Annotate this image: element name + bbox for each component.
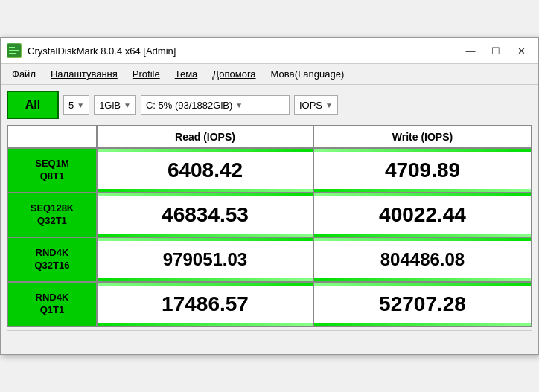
row-read-seq128k: 46834.53 bbox=[98, 193, 314, 237]
write-value-seq1m: 4709.89 bbox=[385, 158, 460, 182]
row-write-rnd4k-q32t16: 804486.08 bbox=[314, 238, 531, 281]
table-header: Read (IOPS) Write (IOPS) bbox=[8, 126, 531, 149]
menu-language[interactable]: Мова(Language) bbox=[264, 65, 351, 83]
svg-rect-1 bbox=[9, 50, 19, 51]
drive-value: C: 5% (93/1882GiB) bbox=[146, 100, 232, 111]
drive-arrow-icon: ▼ bbox=[235, 101, 243, 109]
mode-value: IOPS bbox=[299, 100, 322, 111]
row-label-rnd4k-q32t16: RND4KQ32T16 bbox=[8, 238, 98, 281]
count-value: 5 bbox=[68, 100, 74, 111]
row-read-seq1m: 6408.42 bbox=[98, 149, 314, 192]
main-content: All 5 ▼ 1GiB ▼ C: 5% (93/1882GiB) ▼ IOPS… bbox=[1, 85, 538, 353]
mode-dropdown[interactable]: IOPS ▼ bbox=[294, 95, 338, 115]
header-read: Read (IOPS) bbox=[98, 126, 314, 147]
size-arrow-icon: ▼ bbox=[124, 101, 131, 109]
menu-bar: Файл Налаштування Profile Тема Допомога … bbox=[1, 64, 538, 85]
read-value-seq128k: 46834.53 bbox=[162, 203, 249, 227]
count-arrow-icon: ▼ bbox=[77, 101, 84, 109]
all-button[interactable]: All bbox=[7, 91, 59, 119]
row-read-rnd4k-q32t16: 979051.03 bbox=[98, 238, 314, 281]
table-row: RND4KQ32T16 979051.03 804486.08 bbox=[8, 238, 531, 283]
svg-rect-3 bbox=[9, 47, 15, 48]
read-value-rnd4k-q1t1: 17486.57 bbox=[162, 292, 249, 316]
write-value-rnd4k-q32t16: 804486.08 bbox=[380, 249, 465, 270]
status-bar bbox=[7, 330, 532, 348]
row-label-seq1m: SEQ1MQ8T1 bbox=[8, 149, 98, 192]
write-value-rnd4k-q1t1: 52707.28 bbox=[379, 292, 466, 316]
read-value-seq1m: 6408.42 bbox=[168, 158, 243, 182]
toolbar: All 5 ▼ 1GiB ▼ C: 5% (93/1882GiB) ▼ IOPS… bbox=[7, 91, 532, 119]
write-value-seq128k: 40022.44 bbox=[379, 203, 466, 227]
size-value: 1GiB bbox=[99, 100, 121, 111]
close-button[interactable]: ✕ bbox=[510, 42, 532, 59]
table-row: SEQ1MQ8T1 6408.42 4709.89 bbox=[8, 149, 531, 193]
read-value-rnd4k-q32t16: 979051.03 bbox=[163, 249, 247, 270]
svg-rect-2 bbox=[9, 53, 16, 54]
app-icon bbox=[7, 43, 22, 58]
header-empty bbox=[8, 126, 98, 147]
minimize-button[interactable]: — bbox=[459, 42, 482, 59]
row-read-rnd4k-q1t1: 17486.57 bbox=[98, 283, 314, 326]
app-window: CrystalDiskMark 8.0.4 x64 [Admin] — ☐ ✕ … bbox=[0, 37, 539, 354]
maximize-button[interactable]: ☐ bbox=[485, 42, 507, 59]
count-dropdown[interactable]: 5 ▼ bbox=[63, 95, 89, 115]
size-dropdown[interactable]: 1GiB ▼ bbox=[94, 95, 136, 115]
menu-theme[interactable]: Тема bbox=[168, 65, 205, 83]
menu-file[interactable]: Файл bbox=[5, 65, 42, 83]
drive-dropdown[interactable]: C: 5% (93/1882GiB) ▼ bbox=[141, 95, 290, 115]
results-table: Read (IOPS) Write (IOPS) SEQ1MQ8T1 6408.… bbox=[7, 125, 532, 327]
row-write-rnd4k-q1t1: 52707.28 bbox=[314, 283, 531, 326]
row-write-seq128k: 40022.44 bbox=[314, 193, 531, 237]
row-write-seq1m: 4709.89 bbox=[314, 149, 531, 192]
menu-help[interactable]: Допомога bbox=[205, 65, 262, 83]
row-label-seq128k: SEQ128KQ32T1 bbox=[8, 193, 98, 237]
row-label-rnd4k-q1t1: RND4KQ1T1 bbox=[8, 283, 98, 326]
menu-settings[interactable]: Налаштування bbox=[44, 65, 124, 83]
table-row: RND4KQ1T1 17486.57 52707.28 bbox=[8, 283, 531, 326]
table-row: SEQ128KQ32T1 46834.53 40022.44 bbox=[8, 193, 531, 238]
header-write: Write (IOPS) bbox=[314, 126, 531, 147]
menu-profile[interactable]: Profile bbox=[126, 65, 167, 83]
title-bar: CrystalDiskMark 8.0.4 x64 [Admin] — ☐ ✕ bbox=[1, 38, 538, 64]
window-title: CrystalDiskMark 8.0.4 x64 [Admin] bbox=[28, 45, 459, 57]
window-controls: — ☐ ✕ bbox=[459, 42, 532, 59]
mode-arrow-icon: ▼ bbox=[325, 101, 333, 109]
